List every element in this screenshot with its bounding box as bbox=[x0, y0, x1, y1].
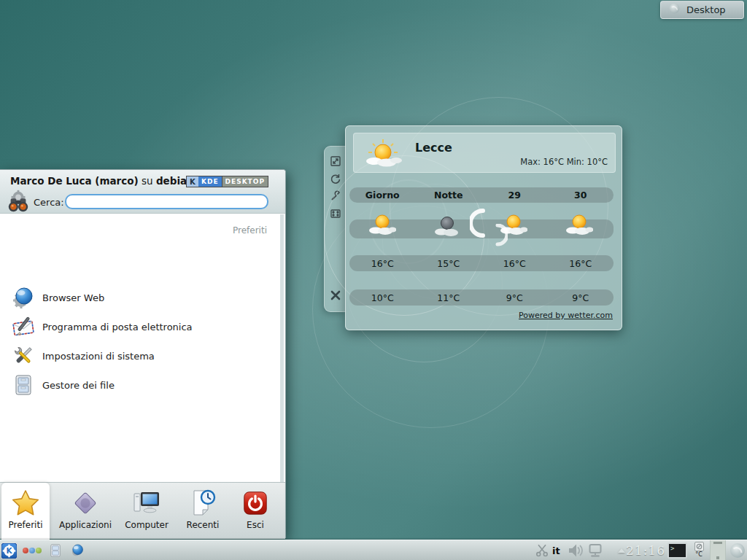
desktop-toolbox-button[interactable]: Desktop bbox=[660, 1, 744, 19]
day-temp: 16°C bbox=[481, 258, 548, 269]
tab-esci[interactable]: Esci bbox=[232, 483, 279, 540]
strip-mark bbox=[713, 542, 722, 544]
kickoff-launcher-button[interactable]: K bbox=[1, 540, 17, 560]
favorite-item-filemanager[interactable]: Gestore dei file bbox=[0, 370, 279, 400]
network-monitor-icon[interactable] bbox=[587, 540, 603, 560]
applications-diamond-icon bbox=[71, 488, 100, 518]
weather-col-night: Notte bbox=[416, 190, 482, 201]
no-data-icon bbox=[694, 542, 704, 551]
kickoff-tab-bar: Preferiti Applicazioni Computer Recenti … bbox=[0, 482, 285, 539]
favorite-item-systemsettings[interactable]: Impostazioni di sistema bbox=[0, 341, 279, 370]
quicklaunch-red-icon[interactable] bbox=[23, 548, 28, 553]
tab-label: Applicazioni bbox=[59, 520, 112, 530]
tab-applicazioni[interactable]: Applicazioni bbox=[54, 483, 117, 540]
tab-label: Recenti bbox=[187, 520, 220, 530]
close-icon[interactable] bbox=[330, 289, 341, 301]
day-temp: 16°C bbox=[548, 258, 614, 269]
weather-col-date-29: 29 bbox=[481, 190, 548, 201]
star-icon bbox=[11, 488, 40, 518]
resize-icon[interactable] bbox=[330, 155, 341, 167]
day-temp: 16°C bbox=[349, 258, 416, 269]
weather-tray-icon[interactable]: °C bbox=[692, 542, 706, 559]
favorite-item-label: Gestore dei file bbox=[42, 380, 115, 391]
kickoff-favorites-list: Preferiti Browser Web Programma di posta… bbox=[0, 214, 285, 482]
recent-documents-icon bbox=[188, 488, 217, 518]
badge-desktop-label: DESKTOP bbox=[222, 176, 268, 187]
badge-kde-label: KDE bbox=[198, 176, 222, 187]
night-temp: 11°C bbox=[416, 292, 482, 303]
tab-label: Computer bbox=[125, 520, 169, 530]
panel-cashew-icon[interactable] bbox=[729, 540, 746, 560]
weather-header: Lecce Max: 16°C Min: 10°C bbox=[353, 133, 616, 173]
volume-icon[interactable] bbox=[568, 540, 585, 560]
favorite-item-label: Programma di posta elettronica bbox=[42, 322, 193, 332]
widget-settings-icon[interactable] bbox=[330, 208, 341, 219]
kde-desktop-badge: K KDE DESKTOP bbox=[186, 176, 268, 187]
weather-max-min: Max: 16°C Min: 10°C bbox=[520, 157, 608, 167]
search-binoculars-icon bbox=[6, 189, 31, 212]
configure-wrench-icon[interactable] bbox=[330, 190, 341, 202]
rotate-icon[interactable] bbox=[330, 173, 341, 184]
tab-recenti[interactable]: Recenti bbox=[177, 483, 229, 540]
sun-cloud-icon bbox=[363, 138, 403, 170]
web-browser-launcher-icon[interactable] bbox=[70, 540, 85, 560]
file-cabinet-icon bbox=[12, 373, 35, 397]
weather-unit-label: °C bbox=[695, 551, 703, 558]
weather-col-day: Giorno bbox=[349, 190, 416, 201]
klipper-scissors-icon[interactable] bbox=[535, 540, 549, 560]
favorite-item-mail[interactable]: Programma di posta elettronica bbox=[0, 312, 279, 341]
svg-text:K: K bbox=[6, 546, 12, 555]
strip-mark bbox=[716, 556, 719, 559]
tab-label: Preferiti bbox=[9, 520, 43, 530]
power-icon bbox=[241, 488, 270, 518]
quicklaunch-blue-icon[interactable] bbox=[29, 548, 35, 553]
digital-clock[interactable]: 21:16 bbox=[626, 540, 665, 560]
weather-widget: Lecce Max: 16°C Min: 10°C Giorno Notte 2… bbox=[345, 125, 622, 330]
kickoff-header: Marco De Luca (marco) su debian K KDE DE… bbox=[0, 170, 285, 214]
quicklaunch-green-icon[interactable] bbox=[36, 548, 42, 553]
system-settings-tools-icon bbox=[12, 344, 35, 368]
kde-logo-icon: K bbox=[187, 176, 198, 187]
night-cloud-icon bbox=[434, 214, 462, 238]
kickoff-menu: Marco De Luca (marco) su debian K KDE DE… bbox=[0, 169, 286, 538]
desktop-toolbox-label: Desktop bbox=[686, 4, 726, 15]
title-connector: su bbox=[139, 175, 156, 187]
user-name: Marco De Luca (marco) bbox=[10, 175, 139, 187]
crescent-moon-icon bbox=[470, 208, 489, 238]
wetter-attribution-link[interactable]: Powered by wetter.com bbox=[519, 311, 613, 320]
night-temp: 9°C bbox=[548, 292, 614, 303]
computer-icon bbox=[132, 488, 161, 518]
tab-computer[interactable]: Computer bbox=[120, 483, 174, 540]
night-temp: 9°C bbox=[481, 292, 548, 303]
systray-expander-icon[interactable] bbox=[618, 548, 625, 553]
file-manager-launcher-icon[interactable] bbox=[48, 540, 63, 560]
search-input[interactable] bbox=[65, 194, 268, 209]
weather-city: Lecce bbox=[415, 141, 452, 155]
terminal-tray-icon[interactable]: > bbox=[667, 542, 687, 559]
widget-handle[interactable] bbox=[324, 146, 346, 312]
night-temp: 10°C bbox=[349, 292, 416, 303]
day-temp: 15°C bbox=[416, 258, 482, 269]
keyboard-layout-indicator[interactable]: it bbox=[552, 540, 560, 560]
favorite-item-label: Browser Web bbox=[42, 292, 104, 303]
calendar-strip-widget[interactable] bbox=[710, 540, 726, 560]
sun-cloud-icon bbox=[565, 212, 593, 237]
sun-cloud-icon bbox=[500, 212, 527, 237]
favorite-item-browser[interactable]: Browser Web bbox=[0, 283, 279, 312]
weather-col-date-30: 30 bbox=[548, 190, 614, 201]
search-label: Cerca: bbox=[34, 197, 64, 208]
cashew-icon bbox=[668, 2, 681, 18]
bottom-panel: K it 21:16 > °C bbox=[0, 540, 747, 560]
arc-decor bbox=[390, 97, 608, 316]
web-browser-icon bbox=[12, 286, 35, 309]
mail-icon bbox=[12, 315, 35, 338]
tab-label: Esci bbox=[247, 520, 264, 530]
sun-cloud-icon bbox=[368, 212, 396, 237]
tab-preferiti[interactable]: Preferiti bbox=[1, 483, 50, 540]
kickoff-user-title: Marco De Luca (marco) su debian bbox=[10, 175, 194, 187]
favorites-section-label: Preferiti bbox=[233, 225, 267, 236]
favorite-item-label: Impostazioni di sistema bbox=[42, 351, 155, 362]
